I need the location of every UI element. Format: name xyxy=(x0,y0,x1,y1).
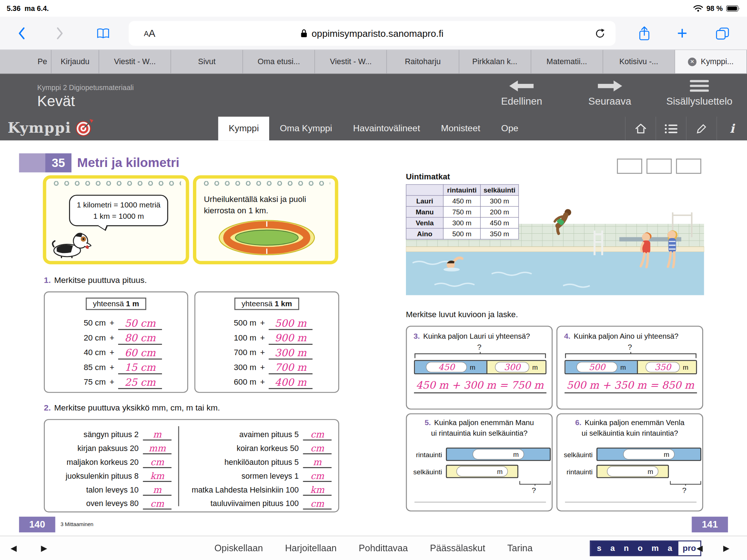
answer-line[interactable]: 450 m + 300 m = 750 m xyxy=(414,380,546,393)
total-brace xyxy=(565,352,697,358)
unit-label: oven leveys 80 xyxy=(86,499,139,510)
value-input[interactable]: 300 xyxy=(495,362,529,373)
answer-field[interactable]: 300 m xyxy=(269,348,313,359)
link-tarina[interactable]: Tarina xyxy=(507,543,533,554)
answer-field[interactable]: 400 m xyxy=(269,378,313,389)
page-forward-button[interactable]: ▶ xyxy=(41,536,47,560)
link-harjoitellaan[interactable]: Harjoitellaan xyxy=(285,543,337,554)
next-page-control[interactable]: Seuraava xyxy=(569,79,650,107)
value-text: 300 xyxy=(504,363,520,372)
browser-tab[interactable]: Raitoharju xyxy=(387,50,459,73)
given-length: 100 m xyxy=(220,333,256,345)
new-tab-button[interactable]: + xyxy=(674,17,691,50)
answer-line[interactable]: 500 m + 350 m = 850 m xyxy=(565,380,697,393)
browser-tab[interactable]: Pe xyxy=(0,50,51,73)
track-note-text: Urheilukentällä kaksi ja puoli kierrosta… xyxy=(204,194,330,217)
answer-field[interactable]: 80 cm xyxy=(118,333,162,345)
value-input[interactable]: 350 xyxy=(646,362,680,373)
link-paassalaskut[interactable]: Päässälaskut xyxy=(430,543,485,554)
answer-line[interactable] xyxy=(414,502,546,502)
question-mark: ? xyxy=(532,486,536,495)
tabs-overview-icon[interactable] xyxy=(713,17,732,50)
nav-tab-havaintovalineet[interactable]: Havaintovälineet xyxy=(342,117,430,140)
exercise-instruction: Merkitse puuttuva pituus. xyxy=(54,275,147,285)
value-input[interactable]: m xyxy=(456,466,508,477)
answer-field[interactable]: 60 cm xyxy=(118,348,162,359)
score-box[interactable] xyxy=(617,159,642,174)
link-opiskellaan[interactable]: Opiskellaan xyxy=(214,543,263,554)
nav-tab-kymppi[interactable]: Kymppi xyxy=(218,117,269,140)
prev-page-control[interactable]: Edellinen xyxy=(481,79,562,107)
rule-line-2: 1 km = 1000 m xyxy=(73,211,165,222)
reload-button[interactable] xyxy=(592,21,608,46)
browser-tab[interactable]: Kirjaudu xyxy=(51,50,99,73)
unit-answer-field[interactable]: cm xyxy=(303,429,332,440)
given-length: 600 m xyxy=(220,378,256,389)
answer-field[interactable]: 25 cm xyxy=(118,378,162,389)
tab-close-icon[interactable]: ✕ xyxy=(688,57,697,66)
back-button[interactable] xyxy=(13,17,30,50)
page-forward-button-right[interactable]: ▶ xyxy=(723,536,729,560)
bookmarks-icon[interactable] xyxy=(93,17,112,50)
url-display: oppimisymparisto.sanomapro.fi xyxy=(129,21,616,46)
list-icon xyxy=(665,124,677,133)
unit-answer-field[interactable]: cm xyxy=(303,443,332,454)
answer-text: m xyxy=(153,484,162,495)
forward-button[interactable] xyxy=(51,17,67,50)
browser-tab[interactable]: Sivut xyxy=(171,50,243,73)
question-mark: ? xyxy=(557,343,702,351)
browser-tab[interactable]: Oma etusi... xyxy=(243,50,315,73)
answer-field[interactable]: 50 cm xyxy=(118,319,162,330)
score-box[interactable] xyxy=(646,159,671,174)
browser-tab[interactable]: Viestit - W... xyxy=(315,50,387,73)
unit-answer-field[interactable]: m xyxy=(143,429,171,440)
browser-tab[interactable]: Viestit - W... xyxy=(99,50,171,73)
nav-tab-ope[interactable]: Ope xyxy=(491,117,529,140)
answer-field[interactable]: 15 cm xyxy=(118,363,162,374)
exercise-number: 6. xyxy=(575,419,581,427)
unit-answer-field[interactable]: km xyxy=(143,471,171,482)
question-mark: ? xyxy=(407,343,551,351)
score-box[interactable] xyxy=(676,159,701,174)
value-input[interactable]: m xyxy=(623,449,674,460)
total-brace xyxy=(414,352,546,358)
nav-tab-monisteet[interactable]: Monisteet xyxy=(430,117,491,140)
unit-answer-field[interactable]: m xyxy=(143,485,171,496)
unit-answer-field[interactable]: cm xyxy=(143,457,171,468)
home-button[interactable] xyxy=(625,117,656,140)
address-bar[interactable]: AA oppimisymparisto.sanomapro.fi xyxy=(129,21,616,46)
unit-answer-field[interactable]: m xyxy=(303,457,332,468)
answer-field[interactable]: 500 m xyxy=(269,319,313,330)
answer-text: 500 m + 350 m = 850 m xyxy=(566,379,694,391)
info-button[interactable]: i xyxy=(716,117,747,140)
value-input[interactable]: m xyxy=(473,449,524,460)
toc-control[interactable]: Sisällysluettelo xyxy=(659,79,740,107)
edit-button[interactable] xyxy=(686,117,717,140)
unit-answer-field[interactable]: cm xyxy=(143,499,171,510)
value-input[interactable]: 500 xyxy=(577,362,618,373)
unit-answer-field[interactable]: km xyxy=(303,485,332,496)
value-input[interactable]: m xyxy=(607,466,658,477)
share-icon[interactable] xyxy=(635,17,653,50)
contents-button[interactable] xyxy=(655,117,686,140)
value-input[interactable]: 450 xyxy=(426,362,467,373)
unit-answer-field[interactable]: mm xyxy=(143,443,171,454)
browser-tab-active[interactable]: ✕ Kymppi... xyxy=(675,50,747,73)
page-number-left: 140 xyxy=(19,517,55,532)
browser-tab[interactable]: Matematii... xyxy=(531,50,603,73)
browser-tab[interactable]: Kotisivu -... xyxy=(603,50,675,73)
unit-answer-field[interactable]: cm xyxy=(303,471,332,482)
exercise-number: 5. xyxy=(425,419,431,427)
answer-line[interactable] xyxy=(565,502,696,502)
unit-answer-field[interactable]: cm xyxy=(303,499,332,510)
nav-tab-oma-kymppi[interactable]: Oma Kymppi xyxy=(269,117,342,140)
link-pohdittavaa[interactable]: Pohdittavaa xyxy=(359,543,408,554)
page-back-button[interactable]: ◀ xyxy=(11,536,17,560)
browser-tab[interactable]: Pirkkalan k... xyxy=(459,50,531,73)
exercise-number: 4. xyxy=(564,332,570,340)
page-back-button-right[interactable]: ◀ xyxy=(697,536,703,560)
answer-field[interactable]: 900 m xyxy=(269,333,313,345)
status-time-date: 5.36 ma 6.4. xyxy=(7,4,49,12)
spiral-binding xyxy=(51,180,181,187)
answer-field[interactable]: 700 m xyxy=(269,363,313,374)
